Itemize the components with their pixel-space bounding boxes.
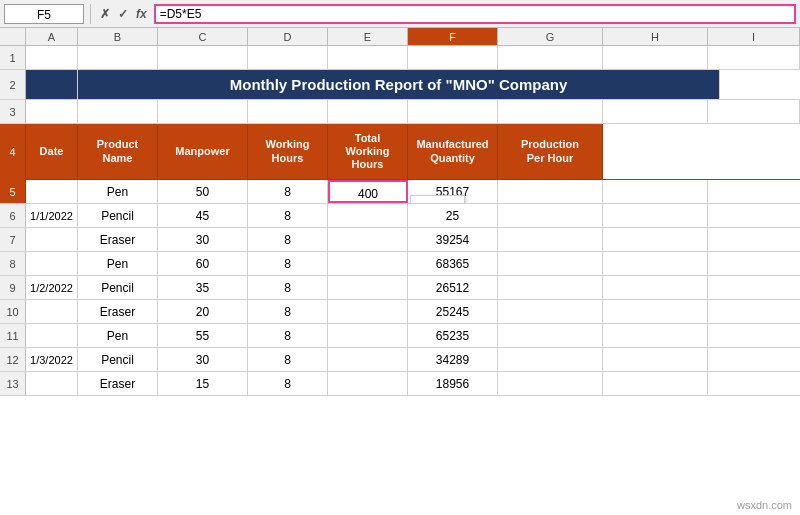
title-cell[interactable]: Monthly Production Report of "MNO" Compa… [78,70,720,99]
cell-D8[interactable]: 8 [248,252,328,275]
cell-H7[interactable] [498,228,603,251]
cell-G6[interactable]: 25 [408,204,498,227]
cell-G12[interactable]: 34289 [408,348,498,371]
cell-G11[interactable]: 65235 [408,324,498,347]
cell-G13[interactable]: 18956 [408,372,498,395]
cell-C13[interactable]: 15 [158,372,248,395]
cell-H5[interactable] [498,180,603,203]
cell-D13[interactable]: 8 [248,372,328,395]
cell-B10[interactable]: Eraser [78,300,158,323]
cell-F5[interactable]: 400 [328,180,408,203]
cell-I8[interactable] [603,252,708,275]
col-header-C[interactable]: C [158,28,248,45]
cell-C10[interactable]: 20 [158,300,248,323]
name-box[interactable]: F5 [4,4,84,24]
cell-G1[interactable] [498,46,603,69]
cell-D11[interactable]: 8 [248,324,328,347]
cell-I10[interactable] [603,300,708,323]
cell-F13[interactable] [328,372,408,395]
cell-H13[interactable] [498,372,603,395]
cell-D7[interactable]: 8 [248,228,328,251]
cell-I13[interactable] [603,372,708,395]
cell-D3[interactable] [248,100,328,123]
cell-G3[interactable] [498,100,603,123]
cell-A6[interactable]: 1/1/2022 [26,204,78,227]
cell-A13[interactable] [26,372,78,395]
col-header-G[interactable]: G [498,28,603,45]
cell-H12[interactable] [498,348,603,371]
cell-I5[interactable] [603,180,708,203]
cell-H11[interactable] [498,324,603,347]
cell-B6[interactable]: Pencil [78,204,158,227]
cell-C5[interactable]: 50 [158,180,248,203]
cell-C7[interactable]: 30 [158,228,248,251]
cell-G10[interactable]: 25245 [408,300,498,323]
cell-B11[interactable]: Pen [78,324,158,347]
cell-A8[interactable] [26,252,78,275]
cell-D5[interactable]: 8 [248,180,328,203]
cell-B12[interactable]: Pencil [78,348,158,371]
cell-B3[interactable] [78,100,158,123]
cell-B9[interactable]: Pencil [78,276,158,299]
cell-I6[interactable] [603,204,708,227]
cell-B7[interactable]: Eraser [78,228,158,251]
cell-F10[interactable] [328,300,408,323]
cell-F9[interactable] [328,276,408,299]
cell-B13[interactable]: Eraser [78,372,158,395]
cancel-icon[interactable]: ✗ [97,7,113,21]
cell-B1[interactable] [78,46,158,69]
cell-C12[interactable]: 30 [158,348,248,371]
cell-B5[interactable]: Pen [78,180,158,203]
col-header-A[interactable]: A [26,28,78,45]
cell-D9[interactable]: 8 [248,276,328,299]
cell-H1[interactable] [603,46,708,69]
cell-I12[interactable] [603,348,708,371]
cell-F1[interactable] [408,46,498,69]
formula-input[interactable] [154,4,796,24]
cell-G7[interactable]: 39254 [408,228,498,251]
paste-tooltip[interactable]: 📋(Ctrl)·⊞ [410,195,465,203]
cell-F6[interactable] [328,204,408,227]
cell-D12[interactable]: 8 [248,348,328,371]
col-header-E[interactable]: E [328,28,408,45]
cell-E3[interactable] [328,100,408,123]
col-header-I[interactable]: I [708,28,800,45]
cell-D6[interactable]: 8 [248,204,328,227]
cell-C8[interactable]: 60 [158,252,248,275]
col-header-D[interactable]: D [248,28,328,45]
cell-I7[interactable] [603,228,708,251]
cell-G5[interactable]: 55167 📋(Ctrl)·⊞ [408,180,498,203]
cell-G8[interactable]: 68365 [408,252,498,275]
cell-A12[interactable]: 1/3/2022 [26,348,78,371]
cell-C6[interactable]: 45 [158,204,248,227]
cell-C1[interactable] [158,46,248,69]
cell-I3[interactable] [708,100,800,123]
cell-A5[interactable] [26,180,78,203]
cell-G9[interactable]: 26512 [408,276,498,299]
cell-E1[interactable] [328,46,408,69]
cell-A1[interactable] [26,46,78,69]
cell-A3[interactable] [26,100,78,123]
cell-B8[interactable]: Pen [78,252,158,275]
col-header-B[interactable]: B [78,28,158,45]
cell-A10[interactable] [26,300,78,323]
cell-A2[interactable] [26,70,78,99]
cell-H9[interactable] [498,276,603,299]
confirm-icon[interactable]: ✓ [115,7,131,21]
insert-function-icon[interactable]: fx [133,7,150,21]
cell-I9[interactable] [603,276,708,299]
cell-H6[interactable] [498,204,603,227]
cell-F11[interactable] [328,324,408,347]
cell-I1[interactable] [708,46,800,69]
cell-A11[interactable] [26,324,78,347]
cell-F12[interactable] [328,348,408,371]
cell-H3[interactable] [603,100,708,123]
cell-D1[interactable] [248,46,328,69]
cell-I11[interactable] [603,324,708,347]
cell-A7[interactable] [26,228,78,251]
cell-A9[interactable]: 1/2/2022 [26,276,78,299]
cell-H8[interactable] [498,252,603,275]
cell-F8[interactable] [328,252,408,275]
cell-C3[interactable] [158,100,248,123]
col-header-H[interactable]: H [603,28,708,45]
